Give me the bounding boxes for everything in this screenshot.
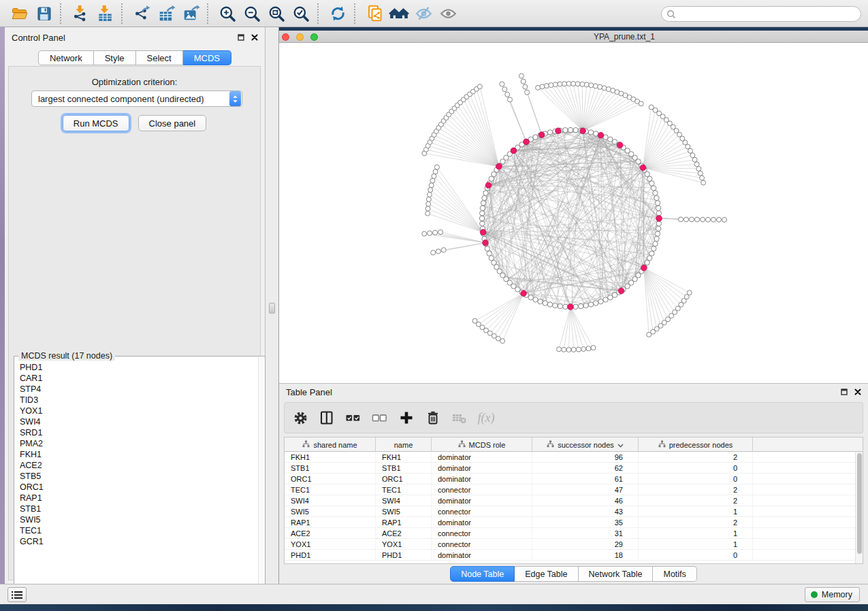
show-all-eye-icon[interactable] [436,3,460,24]
tab-edge-table[interactable]: Edge Table [515,566,578,582]
table-cell: PHD1 [285,550,376,560]
panel-splitter[interactable] [266,27,279,584]
mcds-result-item[interactable]: PMA2 [15,438,258,449]
zoom-selected-icon[interactable] [289,3,313,24]
column-header-predecessor-nodes[interactable]: predecessor nodes [639,437,753,452]
mcds-result-item[interactable]: CAR1 [15,373,258,384]
table-row[interactable]: TEC1TEC1connector472 [285,484,863,495]
table-row[interactable]: PHD1PHD1dominator180 [285,550,863,561]
add-column-icon[interactable] [396,408,417,428]
column-header-name[interactable]: name [376,437,432,452]
export-image-icon[interactable] [178,3,203,24]
column-header-MCDS-role[interactable]: MCDS role [432,437,532,452]
tab-network-table[interactable]: Network Table [579,566,654,582]
table-row[interactable]: FKH1FKH1dominator962 [285,452,863,463]
network-titlebar[interactable]: YPA_prune.txt_1 [279,31,868,43]
close-panel-icon[interactable] [251,34,258,41]
close-panel-icon[interactable] [854,389,861,395]
mcds-result-item[interactable]: FKH1 [15,449,258,460]
tab-select[interactable]: Select [136,50,183,65]
table-row[interactable]: YOX1YOX1connector291 [285,539,863,550]
table-scrollbar[interactable] [855,452,863,563]
mcds-result-item[interactable]: PHD1 [15,362,258,373]
tab-mcds[interactable]: MCDS [183,50,231,65]
tab-motifs[interactable]: Motifs [653,566,696,582]
table-row[interactable]: RAP1RAP1dominator352 [285,517,863,528]
zoom-in-icon[interactable] [215,3,240,24]
import-network-icon[interactable] [68,3,93,24]
tab-node-table[interactable]: Node Table [450,566,515,582]
mcds-result-item[interactable]: ORC1 [15,482,258,493]
mac-minimize-button[interactable] [296,33,304,41]
open-file-icon[interactable] [7,3,31,24]
tab-network[interactable]: Network [38,50,94,65]
hide-selected-eye-icon[interactable] [411,3,436,24]
list-icon [12,591,22,599]
splitter-grip[interactable] [269,303,275,314]
table-cell: connector [432,539,532,549]
mcds-result-item[interactable]: SWI4 [15,416,258,427]
table-cell: RAP1 [285,517,376,527]
mcds-result-item[interactable]: RAP1 [15,493,258,503]
table-cell: 0 [639,474,753,484]
mcds-result-item[interactable]: SWI5 [15,514,258,525]
table-cell: 62 [532,463,639,473]
save-session-icon[interactable] [31,3,56,24]
table-row[interactable]: STB1STB1dominator620 [285,463,863,474]
control-panel: Control Panel Network Style Select MCDS … [5,27,266,584]
mcds-result-item[interactable]: STB5 [15,471,258,482]
mcds-result-item[interactable]: STP4 [15,384,258,395]
mcds-result-item[interactable]: YOX1 [15,406,258,416]
run-mcds-button[interactable]: Run MCDS [63,115,129,131]
table-row[interactable]: ACE2ACE2connector311 [285,528,863,539]
close-panel-button[interactable]: Close panel [138,115,207,131]
table-cell: connector [432,528,532,538]
table-scrollbar-thumb[interactable] [857,453,862,554]
import-table-icon[interactable] [93,3,117,24]
show-columns-icon[interactable] [317,408,337,428]
export-network-icon[interactable] [129,3,154,24]
table-row[interactable]: ORC1ORC1dominator610 [285,474,863,484]
delete-column-icon[interactable] [423,408,443,428]
mcds-result-scrollbar[interactable] [258,357,264,608]
zoom-out-icon[interactable] [240,3,264,24]
optimization-criterion-select[interactable]: largest connected component (undirected) [31,90,242,107]
network-canvas[interactable] [279,43,868,383]
export-table-icon[interactable] [154,3,178,24]
mac-zoom-button[interactable] [310,33,318,41]
mcds-result-item[interactable]: TID3 [15,395,258,406]
toolbar-separator [121,3,123,24]
mcds-result-item[interactable]: STB1 [15,503,258,514]
float-panel-icon[interactable] [841,389,848,395]
task-history-button[interactable] [7,587,27,602]
float-panel-icon[interactable] [238,34,244,41]
deselect-all-rows-icon[interactable] [370,408,390,428]
mcds-result-item[interactable]: ACE2 [15,460,258,471]
network-graph[interactable] [279,43,868,383]
network-overview-icon[interactable] [387,3,411,24]
search-field[interactable] [661,6,861,22]
memory-button[interactable]: Memory [805,587,860,602]
table-row[interactable]: SWI4SWI4dominator462 [285,495,863,506]
table-cell: ACE2 [376,528,432,538]
mac-close-button[interactable] [282,33,289,41]
zoom-fit-icon[interactable] [264,3,289,24]
table-cell: PHD1 [376,550,432,560]
column-header-shared-name[interactable]: shared name [285,437,376,452]
column-header-successor-nodes[interactable]: successor nodes [532,437,639,452]
mcds-result-item[interactable]: SRD1 [15,427,258,438]
table-cell: 18 [532,550,639,560]
mcds-result-item[interactable]: TEC1 [15,525,258,536]
table-cell: 47 [532,484,639,495]
duplicate-network-icon[interactable] [362,3,387,24]
search-input[interactable] [679,10,856,19]
refresh-icon[interactable] [325,3,350,24]
table-cell: 61 [532,474,639,484]
table-cell: YOX1 [376,539,432,549]
select-all-rows-icon[interactable] [343,408,364,428]
table-settings-gear-icon[interactable] [290,408,310,428]
table-row[interactable]: SWI5SWI5connector431 [285,506,863,517]
mcds-result-list[interactable]: PHD1CAR1STP4TID3YOX1SWI4SRD1PMA2FKH1ACE2… [15,362,258,608]
tab-style[interactable]: Style [94,50,136,65]
mcds-result-item[interactable]: GCR1 [15,536,258,547]
